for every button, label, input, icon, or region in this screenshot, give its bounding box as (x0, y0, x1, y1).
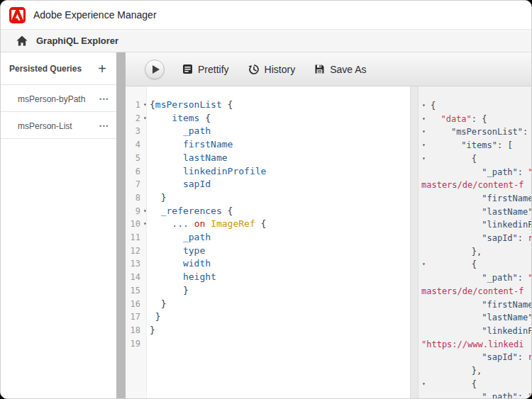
result-line: "sapId": r (419, 351, 531, 364)
fold-arrow-icon[interactable]: ▾ (419, 113, 431, 126)
line-number: 12 (126, 245, 140, 258)
line-number: 3 (126, 125, 140, 138)
result-code: }, (431, 364, 482, 378)
line-number: 18 (126, 324, 140, 337)
query-code: } (150, 284, 189, 298)
sidebar-scrollbar[interactable] (116, 52, 126, 398)
fold-arrow-icon[interactable]: ▾ (140, 99, 150, 112)
result-code: "linkedinP (431, 325, 531, 338)
fold-arrow-icon[interactable]: ▾ (419, 125, 431, 139)
line-number: 2 (126, 112, 140, 125)
query-code: ... on ImageRef { (150, 218, 266, 231)
result-line: }, (419, 245, 531, 259)
query-menu-icon[interactable]: ••• (99, 123, 109, 130)
fold-arrow-icon[interactable]: ▾ (140, 218, 150, 231)
query-code: _path (150, 125, 211, 138)
query-line: 19 (126, 337, 410, 351)
result-code: "lastName" (431, 311, 531, 325)
result-line: "sapId": r (419, 232, 531, 245)
query-line: 16 } (126, 298, 410, 311)
result-code: "firstName (431, 298, 531, 312)
result-code: "msPersonList": { (431, 125, 531, 139)
query-code: _path (150, 231, 211, 245)
result-line: ▾ { (419, 258, 531, 271)
fold-arrow-icon[interactable]: ▾ (419, 258, 431, 271)
execute-query-button[interactable] (145, 60, 165, 79)
fold-arrow-icon[interactable]: ▾ (140, 205, 150, 218)
result-code: "data": { (431, 113, 487, 126)
line-number: 1 (126, 99, 140, 112)
query-code: } (150, 298, 166, 311)
result-line: ▾ "data": { (419, 113, 531, 126)
query-code: height (150, 271, 216, 284)
query-code: items { (150, 112, 211, 125)
result-line: ▾ "items": [ (419, 139, 531, 152)
query-line: 3 _path (126, 125, 410, 138)
line-number: 6 (126, 165, 140, 179)
adobe-logo-icon (9, 7, 26, 23)
query-code: sapId (150, 178, 211, 191)
fold-arrow-icon[interactable]: ▾ (419, 99, 431, 113)
query-line: 15 } (126, 284, 410, 298)
query-menu-icon[interactable]: ••• (99, 96, 109, 103)
fold-arrow-icon[interactable]: ▾ (140, 112, 150, 125)
result-line: }, (419, 364, 531, 378)
query-code: _references { (150, 205, 233, 218)
query-editor[interactable]: 1▾{msPersonList {2▾ items {3 _path4 firs… (126, 86, 410, 398)
save-icon (314, 64, 325, 74)
result-code: { (431, 258, 477, 271)
prettify-button[interactable]: Prettify (182, 64, 229, 75)
fold-arrow-icon[interactable]: ▾ (419, 152, 431, 166)
result-code: "sapId": r (431, 351, 531, 364)
query-code: } (150, 310, 161, 324)
result-code: "sapId": r (431, 232, 531, 245)
query-code: width (150, 257, 211, 271)
query-code: linkedinProfile (150, 165, 266, 179)
history-icon (248, 64, 260, 75)
line-number: 4 (126, 138, 140, 152)
query-line: 17 } (126, 310, 410, 324)
persisted-query-item[interactable]: msPerson-byPath••• (1, 86, 116, 112)
add-query-button[interactable]: + (98, 62, 106, 76)
line-number: 5 (126, 152, 140, 165)
query-code: lastName (150, 152, 228, 165)
persisted-queries-list: msPerson-byPath•••msPerson-List••• (1, 86, 116, 139)
query-code: } (150, 324, 155, 337)
result-code: masters/de/content-f (421, 285, 524, 298)
main-area: Persisted Queries + msPerson-byPath•••ms… (1, 52, 531, 398)
query-line: 11 _path (126, 231, 410, 245)
result-line: "_path": " (419, 390, 531, 398)
history-button[interactable]: History (248, 64, 296, 75)
result-line: "firstName (419, 192, 531, 206)
result-line: ▾ "msPersonList": { (419, 125, 531, 139)
query-line: 4 firstName (126, 138, 410, 152)
line-number: 15 (126, 284, 140, 298)
result-code: { (431, 152, 477, 166)
result-code: }, (431, 245, 482, 259)
result-code: "_path": " (431, 271, 531, 285)
result-code: "firstName (431, 192, 531, 206)
persisted-queries-header: Persisted Queries + (1, 52, 116, 85)
nav-bar: GraphiQL Explorer (1, 30, 531, 52)
result-code: "https://www.linkedi (421, 338, 524, 352)
app-window: Adobe Experience Manager GraphiQL Explor… (0, 0, 532, 399)
query-code: firstName (150, 138, 233, 152)
result-line: "linkedinP (419, 218, 531, 232)
persisted-query-item[interactable]: msPerson-List••• (1, 113, 116, 139)
prettify-label: Prettify (198, 64, 229, 75)
line-number: 10 (126, 218, 140, 231)
result-line: "firstName (419, 298, 531, 312)
pane-resize-handle[interactable] (410, 86, 419, 398)
query-line: 9▾ _references { (126, 205, 410, 218)
result-code: masters/de/content-f (421, 179, 524, 192)
result-line: "lastName" (419, 206, 531, 219)
graphiql-workspace: Prettify History (126, 52, 531, 398)
home-icon[interactable] (16, 35, 28, 46)
save-as-button[interactable]: Save As (314, 64, 366, 75)
result-code: "items": [ (431, 139, 513, 152)
fold-arrow-icon[interactable]: ▾ (419, 139, 431, 152)
persisted-queries-title: Persisted Queries (9, 64, 82, 74)
query-line: 5 lastName (126, 152, 410, 165)
result-code: { (431, 99, 436, 113)
fold-arrow-icon[interactable]: ▾ (419, 378, 431, 391)
